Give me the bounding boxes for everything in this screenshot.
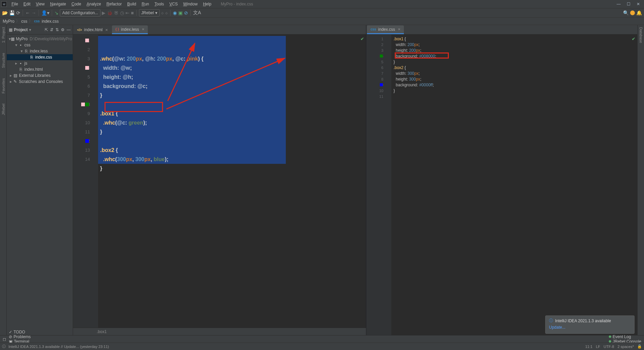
tabs-left: </>index.html✕{ }index.less✕ — [73, 25, 366, 35]
circle-icon-2[interactable]: ▣ — [178, 10, 183, 16]
expand-all-icon[interactable]: ⇵ — [50, 27, 53, 32]
close-tab-icon[interactable]: ✕ — [398, 27, 400, 31]
tabs-right: cssindex.css✕ — [366, 25, 637, 35]
update-notification[interactable]: ⓘIntelliJ IDEA 2021.1.3 available Update… — [545, 315, 635, 334]
select-opened-icon[interactable]: ⇱ — [45, 27, 48, 32]
info-icon: ⓘ — [549, 318, 553, 324]
menu-run[interactable]: Run — [139, 1, 152, 7]
menu-tools[interactable]: Tools — [152, 1, 167, 7]
app-icon: IJ — [1, 1, 7, 7]
project-panel: ▦Project▾ ⇱ ⇵ ⇅ ⚙ — ▾▦MyProD:\Develop\We… — [7, 25, 73, 335]
tree-node[interactable]: ▾⎘index.less — [7, 48, 73, 54]
stripe-jrebel[interactable]: JRebel — [1, 104, 5, 115]
crumb-mypro[interactable]: MyPro — [3, 19, 15, 24]
debug-icon[interactable]: 🐞 — [107, 10, 113, 16]
sync-icon[interactable]: ⟳ — [16, 10, 20, 16]
stripe-favorites[interactable]: Favorites — [1, 78, 5, 93]
main-toolbar: 📂 💾 ⟳ ← → 👤▾ ↘ Add Configuration... ▶ 🐞 … — [0, 8, 644, 18]
code-left[interactable]: 1234567891011121314 .whc(@w: 200px, @h: … — [73, 35, 366, 328]
main-area: 1: ProjectStructureFavoritesJRebel ▦Proj… — [0, 25, 644, 335]
hammer-icon[interactable]: ↘ — [54, 10, 59, 16]
tab-index-less[interactable]: { }index.less✕ — [112, 25, 148, 34]
hide-icon[interactable]: — — [67, 27, 71, 32]
left-tool-stripe: 1: ProjectStructureFavoritesJRebel — [0, 25, 7, 335]
forward-icon[interactable]: → — [31, 10, 36, 16]
collapse-all-icon[interactable]: ⇅ — [55, 27, 59, 32]
gear-icon[interactable]: ⚙ — [61, 27, 65, 32]
run-config-dropdown[interactable]: Add Configuration... — [60, 9, 100, 17]
close-icon[interactable]: ✕ — [637, 2, 640, 6]
minimize-icon[interactable]: — — [617, 2, 621, 6]
tree-node[interactable]: ▾▦MyProD:\Develop\Web\MyPro — [7, 36, 73, 42]
ide-update-icon[interactable] — [630, 10, 635, 15]
stripe-project[interactable]: 1: Project — [1, 27, 5, 43]
caret-pos[interactable]: 11:1 — [585, 345, 592, 349]
update-link[interactable]: Update... — [549, 325, 631, 330]
attach-icon[interactable]: ⇤ — [125, 10, 130, 16]
jr-icon-2[interactable]: ⟐ — [165, 10, 168, 16]
translate-icon[interactable]: 文A — [193, 10, 201, 16]
menu-vcs[interactable]: VCS — [167, 1, 181, 7]
stripe-database[interactable]: Database — [639, 27, 643, 43]
bottom-tool-bar: ◻ ✓TODO⊘Problems▣Terminal◷Profiler Event… — [0, 335, 644, 343]
toolwin-problems[interactable]: ⊘Problems — [9, 334, 31, 339]
search-icon[interactable]: 🔍 — [623, 10, 629, 16]
notification-title: IntelliJ IDEA 2021.1.3 available — [555, 319, 611, 323]
editor-split: </>index.html✕{ }index.less✕ 12345678910… — [73, 25, 637, 335]
menu-build[interactable]: Build — [124, 1, 139, 7]
menu-refactor[interactable]: Refactor — [104, 1, 124, 7]
menu-code[interactable]: Code — [69, 1, 84, 7]
project-panel-title: Project — [14, 27, 28, 32]
tree-node[interactable]: ▸✎Scratches and Consoles — [7, 79, 73, 85]
code-right[interactable]: 1234567891011 .box1 { width: 200px; heig… — [366, 35, 637, 335]
indent[interactable]: 2 spaces* — [618, 345, 634, 349]
editor-left: </>index.html✕{ }index.less✕ 12345678910… — [73, 25, 366, 335]
tree-node[interactable]: ▸▤External Libraries — [7, 72, 73, 79]
jr-icon-1[interactable]: ⟐ — [161, 10, 164, 16]
tree-node[interactable]: ▸▪js — [7, 60, 73, 66]
crumb-index.css[interactable]: index.css — [42, 19, 59, 24]
menu-analyze[interactable]: Analyze — [84, 1, 104, 7]
inspection-ok-icon[interactable]: ✔ — [361, 37, 364, 41]
avatar-icon[interactable]: 👤▾ — [41, 10, 49, 16]
open-icon[interactable]: 📂 — [2, 10, 8, 16]
close-tab-icon[interactable]: ✕ — [105, 28, 108, 32]
circle-icon-3[interactable]: ⊘ — [184, 10, 188, 16]
tab-index-css[interactable]: cssindex.css✕ — [367, 25, 404, 34]
run-icon[interactable]: ▶ — [102, 10, 106, 16]
editor-right: cssindex.css✕ 1234567891011 .box1 { widt… — [366, 25, 637, 335]
tree-node[interactable]: ⎘index.css — [7, 54, 73, 60]
stop-icon[interactable]: ■ — [131, 10, 134, 16]
project-panel-header: ▦Project▾ ⇱ ⇵ ⇅ ⚙ — — [7, 25, 73, 35]
inspection-ok-icon[interactable]: ✔ — [632, 37, 635, 41]
window-controls: — ☐ ✕ — [617, 2, 643, 6]
menu-window[interactable]: Window — [180, 1, 200, 7]
menu-help[interactable]: Help — [200, 1, 214, 7]
jrebel-dropdown[interactable]: JRebel▾ — [139, 9, 160, 17]
profile-icon[interactable]: ◷ — [120, 10, 124, 16]
tree-node[interactable]: ▾▪css — [7, 42, 73, 48]
readonly-icon[interactable]: 🔒 — [637, 344, 642, 349]
close-tab-icon[interactable]: ✕ — [142, 27, 144, 31]
breadcrumb: MyPro〉css〉cssindex.css — [0, 18, 644, 25]
encoding[interactable]: UTF-8 — [604, 345, 614, 349]
status-message[interactable]: IntelliJ IDEA 2021.1.3 available // Upda… — [8, 345, 109, 349]
toolwin-todo[interactable]: ✓TODO — [9, 330, 31, 334]
back-icon[interactable]: ← — [25, 10, 30, 16]
tab-index-html[interactable]: </>index.html✕ — [74, 25, 111, 34]
crumb-css[interactable]: css — [21, 19, 27, 24]
coverage-icon[interactable]: ⛨ — [114, 10, 119, 16]
line-sep[interactable]: LF — [596, 345, 600, 349]
tree-node[interactable]: ⎘index.html — [7, 66, 73, 72]
circle-icon-1[interactable]: ◉ — [173, 10, 177, 16]
toolwin-toggle-icon[interactable]: ◻ — [3, 337, 6, 342]
menu-view[interactable]: View — [33, 1, 47, 7]
menu-file[interactable]: File — [9, 1, 21, 7]
maximize-icon[interactable]: ☐ — [627, 2, 630, 6]
save-icon[interactable]: 💾 — [9, 10, 15, 16]
project-tree[interactable]: ▾▦MyProD:\Develop\Web\MyPro▾▪css▾⎘index.… — [7, 35, 73, 86]
menu-navigate[interactable]: Navigate — [47, 1, 69, 7]
jr-status-icon[interactable]: 🔔 — [636, 10, 642, 16]
stripe-structure[interactable]: Structure — [1, 53, 5, 68]
menu-edit[interactable]: Edit — [21, 1, 33, 7]
